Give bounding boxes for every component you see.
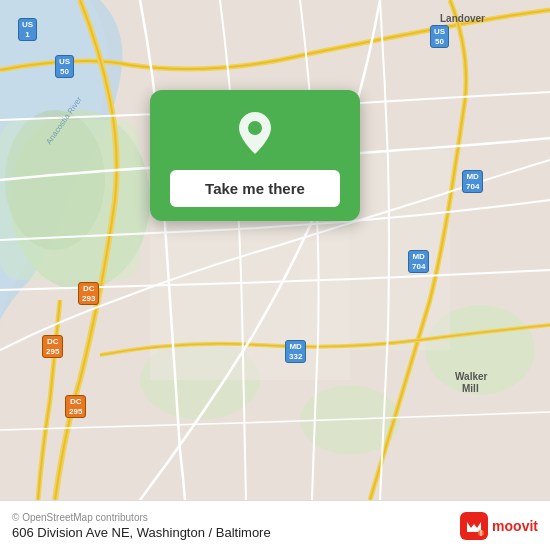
- map-container: Anacostia River Landover Walker Mill US1…: [0, 0, 550, 500]
- copyright-text: © OpenStreetMap contributors: [12, 512, 271, 523]
- road-badge-us50a: US50: [55, 55, 74, 78]
- address-text: 606 Division Ave NE, Washington / Baltim…: [12, 525, 271, 540]
- svg-point-14: [248, 121, 262, 135]
- location-pin-icon: [229, 108, 281, 160]
- moovit-logo: moovit: [460, 512, 538, 540]
- road-badge-dc293: DC293: [78, 282, 99, 305]
- svg-rect-3: [0, 120, 140, 280]
- take-me-there-button[interactable]: Take me there: [170, 170, 340, 207]
- road-badge-md704a: MD704: [462, 170, 483, 193]
- address-section: © OpenStreetMap contributors 606 Divisio…: [12, 512, 271, 540]
- road-badge-md704b: MD704: [408, 250, 429, 273]
- road-badge-md332: MD332: [285, 340, 306, 363]
- svg-text:Mill: Mill: [462, 383, 479, 394]
- road-badge-us1: US1: [18, 18, 37, 41]
- road-badge-dc295a: DC295: [42, 335, 63, 358]
- road-badge-dc295b: DC295: [65, 395, 86, 418]
- bottom-bar: © OpenStreetMap contributors 606 Divisio…: [0, 500, 550, 550]
- svg-text:Walker: Walker: [455, 371, 488, 382]
- road-badge-us50b: US50: [430, 25, 449, 48]
- location-card: Take me there: [150, 90, 360, 221]
- svg-text:Landover: Landover: [440, 13, 485, 24]
- map-background: Anacostia River Landover Walker Mill: [0, 0, 550, 500]
- moovit-text: moovit: [492, 518, 538, 534]
- moovit-brand-icon: [460, 512, 488, 540]
